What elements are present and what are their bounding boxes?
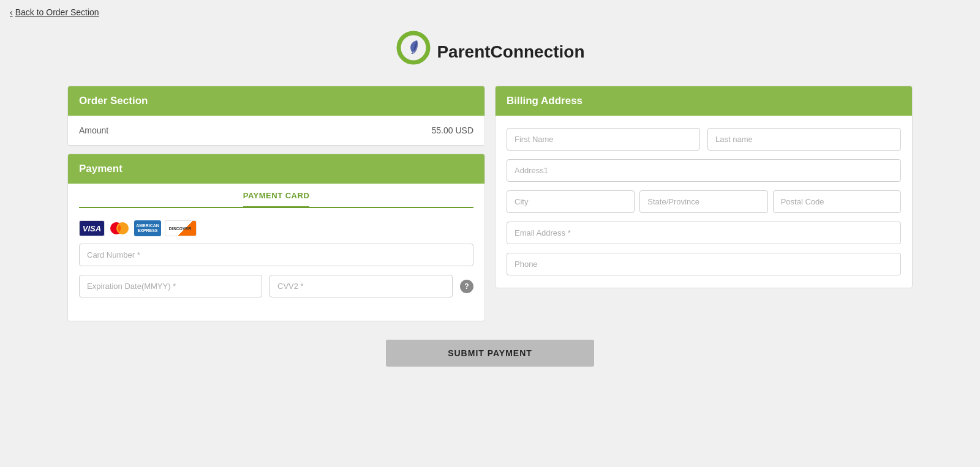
payment-section-header: Payment (68, 154, 484, 184)
expiry-date-input[interactable] (79, 275, 262, 297)
right-panel: Billing Address (495, 86, 913, 321)
city-input[interactable] (507, 190, 635, 213)
app-header: ParentConnection (0, 24, 980, 86)
order-body: Amount 55.00 USD (68, 116, 484, 146)
amount-label: Amount (79, 125, 108, 135)
billing-section-title: Billing Address (507, 95, 901, 107)
billing-body (496, 116, 912, 288)
back-link-label: Back to Order Section (15, 7, 99, 17)
left-panel: Order Section Amount 55.00 USD Payment P… (67, 86, 485, 321)
amount-value: 55.00 USD (432, 125, 473, 135)
parent-connection-logo-icon (395, 31, 432, 73)
city-state-postal-row (507, 190, 901, 213)
payment-section-title: Payment (79, 163, 473, 175)
payment-section-card: Payment PAYMENT CARD VISA (67, 154, 485, 321)
payment-tab-label: PAYMENT CARD (243, 191, 310, 208)
card-number-input[interactable] (79, 244, 473, 266)
state-input[interactable] (639, 190, 767, 213)
payment-tab[interactable]: PAYMENT CARD (79, 184, 473, 208)
email-input[interactable] (507, 222, 901, 244)
submit-payment-button[interactable]: SUBMIT PAYMENT (386, 340, 594, 367)
last-name-input[interactable] (707, 128, 901, 151)
phone-input[interactable] (507, 253, 901, 275)
name-row (507, 128, 901, 151)
logo-container: ParentConnection (395, 31, 584, 73)
submit-payment-label: SUBMIT PAYMENT (448, 348, 532, 358)
logo-text: ParentConnection (437, 42, 584, 62)
visa-logo-icon: VISA (79, 220, 105, 236)
chevron-left-icon: ‹ (10, 7, 13, 17)
cvv-input[interactable] (270, 275, 453, 297)
order-section-title: Order Section (79, 95, 473, 107)
first-name-input[interactable] (507, 128, 700, 151)
billing-section-header: Billing Address (496, 86, 912, 116)
order-section-card: Order Section Amount 55.00 USD (67, 86, 485, 146)
billing-section-card: Billing Address (495, 86, 913, 288)
back-to-order-link[interactable]: ‹ Back to Order Section (0, 0, 980, 24)
expiry-cvv-row: ? (79, 275, 473, 297)
address1-input[interactable] (507, 159, 901, 182)
cvv-help-icon[interactable]: ? (460, 280, 473, 293)
payment-form: ? (68, 244, 484, 321)
card-logos: VISA AMERICAN EXPRESS (68, 208, 484, 244)
amex-logo-icon: AMERICAN EXPRESS (134, 220, 161, 236)
order-section-header: Order Section (68, 86, 484, 116)
discover-logo-icon: DISCOVER (165, 220, 197, 236)
footer-area: SUBMIT PAYMENT (0, 321, 980, 391)
main-content: Order Section Amount 55.00 USD Payment P… (31, 86, 949, 321)
mastercard-logo-icon (108, 220, 130, 236)
card-number-field-row (79, 244, 473, 266)
postal-code-input[interactable] (773, 190, 901, 213)
